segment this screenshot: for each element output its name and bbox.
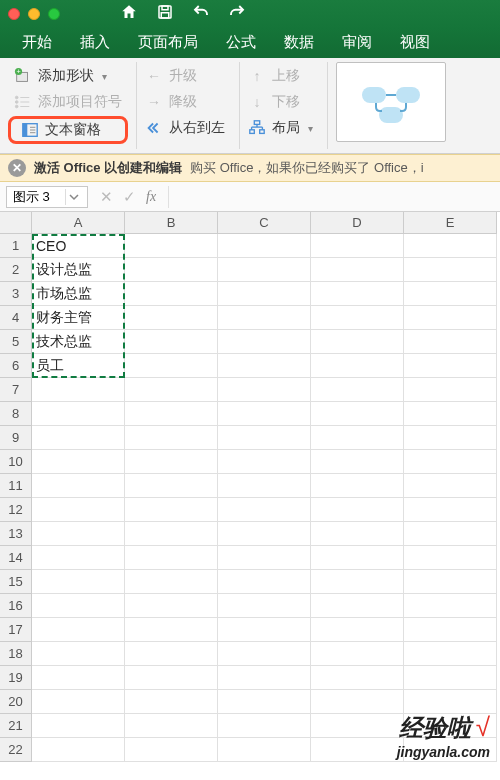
confirm-icon[interactable]: ✓ <box>123 188 136 206</box>
minimize-icon[interactable] <box>28 8 40 20</box>
cell[interactable] <box>125 498 218 522</box>
maximize-icon[interactable] <box>48 8 60 20</box>
row-header[interactable]: 12 <box>0 498 32 522</box>
cell[interactable] <box>125 714 218 738</box>
cell[interactable] <box>218 402 311 426</box>
cell[interactable] <box>311 618 404 642</box>
cell[interactable] <box>218 234 311 258</box>
cell[interactable] <box>404 498 497 522</box>
cell[interactable] <box>125 522 218 546</box>
cell[interactable] <box>32 594 125 618</box>
cell[interactable] <box>125 450 218 474</box>
cell[interactable] <box>311 594 404 618</box>
fx-icon[interactable]: fx <box>146 189 156 205</box>
cell[interactable] <box>125 474 218 498</box>
cell[interactable] <box>311 354 404 378</box>
cell[interactable] <box>404 306 497 330</box>
select-all-corner[interactable] <box>0 212 32 234</box>
row-header[interactable]: 21 <box>0 714 32 738</box>
cell[interactable] <box>311 666 404 690</box>
cell[interactable] <box>404 378 497 402</box>
cell[interactable] <box>311 690 404 714</box>
cell[interactable] <box>404 594 497 618</box>
cell[interactable] <box>404 234 497 258</box>
cell[interactable] <box>32 618 125 642</box>
cell[interactable] <box>32 498 125 522</box>
column-header[interactable]: A <box>32 212 125 234</box>
cell[interactable] <box>218 618 311 642</box>
row-header[interactable]: 18 <box>0 642 32 666</box>
cell[interactable] <box>125 426 218 450</box>
formula-input[interactable] <box>168 186 500 208</box>
row-header[interactable]: 11 <box>0 474 32 498</box>
cell[interactable] <box>125 570 218 594</box>
cell[interactable] <box>404 570 497 594</box>
move-up-button[interactable]: ↑ 上移 <box>242 64 319 88</box>
cell[interactable] <box>32 474 125 498</box>
cell[interactable] <box>32 714 125 738</box>
smartart-gallery[interactable] <box>336 62 446 142</box>
save-icon[interactable] <box>156 3 174 25</box>
name-box[interactable]: 图示 3 <box>6 186 88 208</box>
cell[interactable] <box>32 378 125 402</box>
row-header[interactable]: 2 <box>0 258 32 282</box>
cell[interactable] <box>311 306 404 330</box>
cell[interactable] <box>218 738 311 762</box>
cell[interactable] <box>311 714 404 738</box>
row-header[interactable]: 15 <box>0 570 32 594</box>
row-header[interactable]: 1 <box>0 234 32 258</box>
cell[interactable] <box>311 378 404 402</box>
tab-home[interactable]: 开始 <box>8 27 66 58</box>
rtl-button[interactable]: 从右到左 <box>139 116 231 140</box>
row-header[interactable]: 13 <box>0 522 32 546</box>
cell[interactable] <box>218 354 311 378</box>
cell[interactable] <box>311 426 404 450</box>
cell[interactable] <box>218 642 311 666</box>
cell[interactable] <box>218 714 311 738</box>
row-header[interactable]: 4 <box>0 306 32 330</box>
row-header[interactable]: 19 <box>0 666 32 690</box>
cell[interactable] <box>311 450 404 474</box>
cell[interactable] <box>125 306 218 330</box>
cell[interactable] <box>218 666 311 690</box>
cell[interactable] <box>218 546 311 570</box>
cell[interactable]: 员工 <box>32 354 125 378</box>
cell[interactable] <box>311 642 404 666</box>
cell[interactable] <box>404 546 497 570</box>
cell[interactable] <box>218 450 311 474</box>
cell[interactable] <box>404 330 497 354</box>
cell[interactable] <box>218 378 311 402</box>
row-header[interactable]: 10 <box>0 450 32 474</box>
demote-button[interactable]: → 降级 <box>139 90 231 114</box>
cell[interactable] <box>32 570 125 594</box>
add-shape-button[interactable]: + 添加形状 ▾ <box>8 64 128 88</box>
home-icon[interactable] <box>120 3 138 25</box>
cell[interactable] <box>311 330 404 354</box>
add-bullet-button[interactable]: 添加项目符号 <box>8 90 128 114</box>
cell[interactable] <box>404 474 497 498</box>
row-header[interactable]: 17 <box>0 618 32 642</box>
cancel-icon[interactable]: ✕ <box>100 188 113 206</box>
cell[interactable] <box>125 690 218 714</box>
cell[interactable] <box>125 666 218 690</box>
cell[interactable] <box>311 474 404 498</box>
cell[interactable] <box>311 498 404 522</box>
cell[interactable] <box>404 642 497 666</box>
cell[interactable] <box>218 522 311 546</box>
tab-insert[interactable]: 插入 <box>66 27 124 58</box>
cell[interactable] <box>404 258 497 282</box>
cell[interactable] <box>125 354 218 378</box>
close-icon[interactable] <box>8 8 20 20</box>
cell[interactable] <box>125 618 218 642</box>
cell[interactable]: 设计总监 <box>32 258 125 282</box>
cell[interactable] <box>32 522 125 546</box>
cell[interactable] <box>404 522 497 546</box>
row-header[interactable]: 16 <box>0 594 32 618</box>
cell[interactable] <box>218 258 311 282</box>
cell[interactable] <box>404 450 497 474</box>
redo-icon[interactable] <box>228 3 246 25</box>
cell[interactable]: 财务主管 <box>32 306 125 330</box>
cell[interactable] <box>125 642 218 666</box>
column-header[interactable]: B <box>125 212 218 234</box>
row-header[interactable]: 3 <box>0 282 32 306</box>
